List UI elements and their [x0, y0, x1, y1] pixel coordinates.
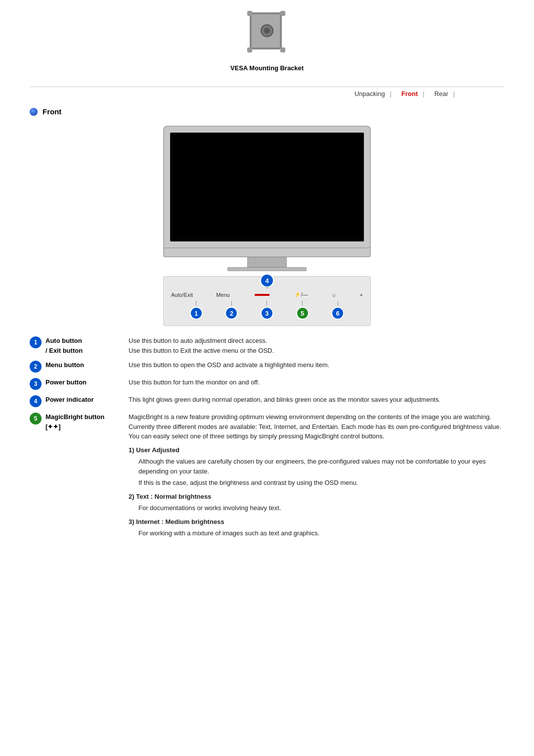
- tick-2: [231, 301, 232, 306]
- magicbright-icon: ⚡/—: [294, 291, 308, 298]
- control-panel-outer: 4 ⏻ Auto/Exit Menu ⚡/— ☼ + 1 2: [30, 276, 504, 326]
- num-slot-3: 3: [261, 301, 273, 320]
- monitor-bezel: [163, 248, 371, 257]
- desc-row-3: 3 Power button Use this button for turn …: [30, 378, 504, 390]
- desc-labels-5: MagicBright button [✦✦]: [45, 412, 104, 431]
- svg-rect-4: [247, 47, 252, 52]
- menu-label: Menu: [216, 292, 230, 298]
- desc-labels-3: Power button: [45, 378, 87, 387]
- menu-button-label: Menu button: [45, 360, 84, 370]
- monitor-stand-base: [227, 267, 307, 271]
- monitor-stand-top: [247, 257, 287, 267]
- badge-4: 4: [260, 274, 274, 287]
- text-mode-heading: 2) Text : Normal brightness: [129, 492, 504, 502]
- internet-mode-heading: 3) Internet : Medium brightness: [129, 517, 504, 527]
- badge-3: 3: [261, 307, 273, 320]
- desc-badge-col-5: 5 MagicBright button [✦✦]: [30, 412, 129, 431]
- monitor-screen: [170, 133, 364, 241]
- desc-labels-1: Auto button / Exit button: [45, 336, 83, 355]
- nav-separator-2: |: [423, 90, 424, 97]
- vesa-section: VESA Mounting Bracket: [30, 10, 504, 72]
- desc-badge-col-3: 3 Power button: [30, 378, 129, 390]
- desc-text-2: Use this button to open the OSD and acti…: [129, 360, 504, 370]
- desc-row-4: 4 Power indicator This light glows green…: [30, 395, 504, 407]
- desc-labels-4: Power indicator: [45, 395, 94, 405]
- auto-button-label: Auto button: [45, 336, 83, 346]
- num-slot-1: 1: [190, 301, 203, 320]
- svg-point-7: [264, 28, 270, 34]
- nav-item-unpacking[interactable]: Unpacking: [355, 90, 385, 97]
- desc-badge-3: 3: [30, 378, 42, 390]
- badge-6: 6: [331, 307, 344, 320]
- internet-mode-text: For working with a mixture of images suc…: [129, 528, 504, 538]
- monitor-wrapper: [163, 126, 371, 271]
- user-adjusted-text-2: If this is the case, adjust the brightne…: [129, 478, 504, 488]
- section-title: Front: [43, 107, 61, 116]
- tick-6: [338, 301, 338, 306]
- brightness-icon: ☼: [331, 292, 336, 298]
- badge-2: 2: [225, 307, 238, 320]
- num-slot-5: 5: [296, 301, 309, 320]
- desc-badge-col-1: 1 Auto button / Exit button: [30, 336, 129, 355]
- control-panel: 4 ⏻ Auto/Exit Menu ⚡/— ☼ + 1 2: [163, 276, 371, 326]
- user-adjusted-heading: 1) User Adjusted: [129, 445, 504, 455]
- tick-3: [267, 301, 267, 306]
- nav-separator-3: |: [453, 90, 455, 97]
- nav-bar: Unpacking | Front | Rear |: [30, 87, 504, 97]
- desc-text-3: Use this button for turn the monitor on …: [129, 378, 504, 387]
- desc-labels-2: Menu button: [45, 360, 84, 370]
- vesa-label: VESA Mounting Bracket: [230, 64, 304, 72]
- descriptions-table: 1 Auto button / Exit button Use this but…: [30, 336, 504, 540]
- plus-icon: +: [360, 292, 363, 298]
- numbered-row: 1 2 3 5 6: [169, 299, 365, 322]
- svg-rect-2: [247, 11, 252, 16]
- desc-badge-1: 1: [30, 336, 42, 348]
- tick-1: [196, 301, 196, 306]
- red-bar-icon: [255, 294, 269, 296]
- desc-badge-col-2: 2 Menu button: [30, 360, 129, 373]
- power-button-label: Power button: [45, 378, 87, 387]
- vesa-image: [245, 10, 289, 59]
- magicbright-button-label: MagicBright button: [45, 412, 104, 422]
- desc-text-4: This light glows green during normal ope…: [129, 395, 504, 405]
- power-icon-row: 4 ⏻: [169, 281, 365, 288]
- sub-section-internet: 3) Internet : Medium brightness For work…: [129, 517, 504, 538]
- badge-1: 1: [190, 307, 203, 320]
- control-row: Auto/Exit Menu ⚡/— ☼ +: [169, 290, 365, 299]
- nav-item-rear[interactable]: Rear: [434, 90, 448, 97]
- desc-badge-5: 5: [30, 413, 42, 425]
- sub-section-text: 2) Text : Normal brightness For document…: [129, 492, 504, 513]
- tick-5: [302, 301, 303, 306]
- desc-badge-4: 4: [30, 395, 42, 407]
- desc-row-5: 5 MagicBright button [✦✦] MagicBright is…: [30, 412, 504, 540]
- desc-badge-col-4: 4 Power indicator: [30, 395, 129, 407]
- text-mode-text: For documentations or works involving he…: [129, 503, 504, 513]
- num-slot-6: 6: [331, 301, 344, 320]
- monitor-body: [163, 126, 371, 248]
- badge-5: 5: [296, 307, 309, 320]
- desc-text-5: MagicBright is a new feature providing o…: [129, 412, 504, 540]
- auto-exit-label: Auto/Exit: [171, 292, 193, 298]
- desc-text-1: Use this button to auto adjustment direc…: [129, 336, 504, 355]
- num-slot-2: 2: [225, 301, 238, 320]
- monitor-container: [30, 126, 504, 271]
- exit-button-label: / Exit button: [45, 346, 83, 356]
- exit-button-text: Use this button to Exit the active menu …: [129, 346, 504, 356]
- desc-row-1: 1 Auto button / Exit button Use this but…: [30, 336, 504, 355]
- svg-rect-3: [280, 11, 285, 16]
- nav-item-front[interactable]: Front: [401, 90, 418, 97]
- svg-rect-5: [280, 47, 285, 52]
- magicbright-symbol-label: [✦✦]: [45, 422, 104, 432]
- section-header: Front: [30, 107, 504, 116]
- desc-row-2: 2 Menu button Use this button to open th…: [30, 360, 504, 373]
- nav-separator-1: |: [390, 90, 391, 97]
- section-dot-icon: [30, 108, 38, 116]
- auto-button-text: Use this button to auto adjustment direc…: [129, 336, 504, 346]
- sub-section-user-adjusted: 1) User Adjusted Although the values are…: [129, 445, 504, 488]
- power-indicator-label: Power indicator: [45, 395, 94, 405]
- desc-badge-2: 2: [30, 361, 42, 373]
- magicbright-main-text: MagicBright is a new feature providing o…: [129, 412, 504, 441]
- user-adjusted-text-1: Although the values are carefully chosen…: [129, 457, 504, 476]
